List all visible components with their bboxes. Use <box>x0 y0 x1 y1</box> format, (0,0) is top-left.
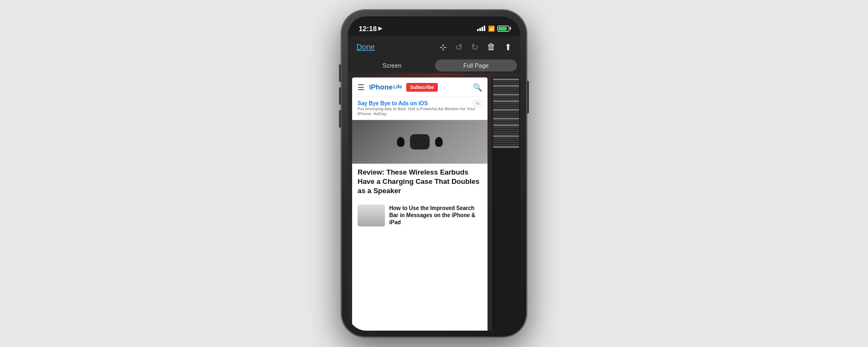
thumb-stripe <box>493 85 519 87</box>
page-background: 12:18 ▶ 📶 <box>0 0 868 347</box>
article-section: Review: These Wireless Earbuds Have a Ch… <box>352 164 487 205</box>
ad-badge: Ad <box>473 100 482 106</box>
ad-banner: Ad Say Bye Bye to Ads on iOS Put Annoyin… <box>352 97 487 120</box>
article-title: Review: These Wireless Earbuds Have a Ch… <box>358 168 482 196</box>
webpage-preview: ☰ iPhone Life Subscribe 🔍 Ad Say Bye Bye <box>352 77 487 331</box>
thumb-stripe <box>493 127 519 128</box>
earbud-left <box>397 137 405 147</box>
thumb-stripe <box>493 105 519 106</box>
tab-screen[interactable]: Screen <box>351 59 433 71</box>
trash-icon[interactable]: 🗑 <box>487 42 496 52</box>
thumb-stripe <box>493 116 519 117</box>
location-icon: ▶ <box>378 26 382 31</box>
thumb-image <box>358 205 385 226</box>
wifi-icon: 📶 <box>488 26 495 32</box>
article-thumbnail <box>358 205 385 226</box>
earbud-right <box>435 137 443 147</box>
screenshot-tabs: Screen Full Page <box>348 58 520 73</box>
article-row: How to Use the Improved Search Bar in Me… <box>352 205 487 226</box>
ad-title: Say Bye Bye to Ads on iOS <box>358 100 482 106</box>
article2-title: How to Use the Improved Search Bar in Me… <box>389 205 482 226</box>
battery-fill <box>498 27 507 31</box>
toolbar-icons: ⊹ ↺ ↻ 🗑 ⬆ <box>439 42 512 52</box>
phone-shell: 12:18 ▶ 📶 <box>341 10 527 337</box>
thumb-stripe <box>493 111 519 113</box>
thumb-stripe <box>493 137 519 139</box>
thumb-stripe <box>493 94 519 95</box>
thumb-stripe <box>493 142 519 143</box>
redo-icon[interactable]: ↻ <box>471 42 478 52</box>
search-icon[interactable]: 🔍 <box>473 83 482 92</box>
thumb-stripe <box>493 98 519 100</box>
thumb-stripe <box>493 103 519 104</box>
phone-screen: 12:18 ▶ 📶 <box>348 16 520 331</box>
thumb-stripe <box>493 89 519 91</box>
thumb-stripe <box>493 131 519 133</box>
thumb-stripe <box>493 129 519 130</box>
phone-notch <box>401 16 467 31</box>
thumb-stripe <box>493 124 519 126</box>
subscribe-button[interactable]: Subscribe <box>406 83 438 92</box>
thumb-stripe <box>493 113 519 115</box>
thumb-stripe <box>493 79 519 80</box>
crop-icon[interactable]: ⊹ <box>439 42 447 52</box>
thumb-stripe <box>493 135 519 137</box>
thumb-stripe <box>493 87 519 89</box>
ad-subtitle: Put Annoying Ads to Bed. Get a Powerful … <box>358 106 482 116</box>
signal-icon <box>477 26 485 31</box>
site-header: ☰ iPhone Life Subscribe 🔍 <box>352 77 487 97</box>
thumb-stripe <box>493 83 519 85</box>
thumb-stripe <box>493 107 519 109</box>
article-hero-image <box>352 120 487 164</box>
status-time: 12:18 ▶ <box>359 25 382 33</box>
thumb-stripe <box>493 120 519 122</box>
thumb-stripe <box>493 122 519 124</box>
site-logo: iPhone Life <box>369 83 402 91</box>
phone-mockup: 12:18 ▶ 📶 <box>341 10 527 337</box>
thumb-stripe <box>493 92 519 93</box>
thumb-stripe <box>493 133 519 135</box>
battery-icon <box>497 26 509 32</box>
earbuds-visual <box>397 134 443 149</box>
thumb-stripe <box>493 81 519 82</box>
share-icon[interactable]: ⬆ <box>504 42 512 52</box>
done-button[interactable]: Done <box>356 43 374 51</box>
full-page-thumbnail[interactable] <box>492 77 520 331</box>
thumb-stripe <box>493 144 519 146</box>
thumb-stripe <box>493 109 519 111</box>
undo-icon[interactable]: ↺ <box>455 42 462 52</box>
thumb-stripe <box>493 100 519 102</box>
screenshot-toolbar: Done ⊹ ↺ ↻ 🗑 ⬆ <box>348 36 520 58</box>
hamburger-icon: ☰ <box>358 83 365 92</box>
thumb-stripe <box>493 146 519 148</box>
content-area: ☰ iPhone Life Subscribe 🔍 Ad Say Bye Bye <box>348 73 520 331</box>
thumb-stripe <box>493 118 519 119</box>
charging-case <box>410 134 430 149</box>
thumb-stripe <box>493 140 519 141</box>
thumb-stripe <box>493 96 519 98</box>
status-icons: 📶 <box>477 26 509 32</box>
tab-full-page[interactable]: Full Page <box>435 59 517 71</box>
